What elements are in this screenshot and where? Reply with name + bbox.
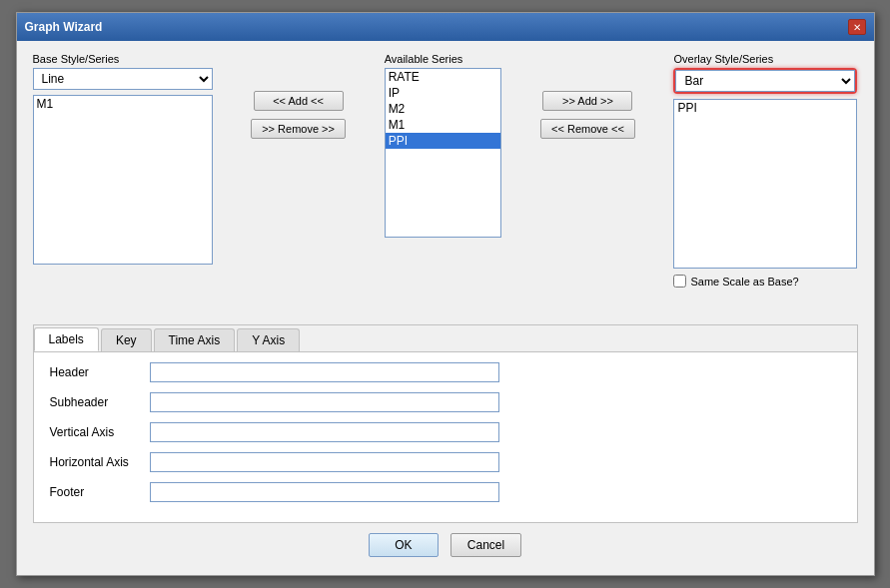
ok-button[interactable]: OK: [369, 533, 439, 557]
tab-bar: Labels Key Time Axis Y Axis: [34, 325, 857, 352]
same-scale-label: Same Scale as Base?: [690, 276, 798, 288]
tab-time-axis[interactable]: Time Axis: [154, 328, 236, 351]
subheader-row: Subheader: [50, 392, 841, 412]
base-style-select[interactable]: Line Bar Area Scatter: [33, 68, 213, 90]
header-row: Header: [50, 362, 841, 382]
title-bar: Graph Wizard ✕: [17, 13, 874, 41]
available-item-rate[interactable]: RATE: [386, 69, 501, 85]
base-list-item[interactable]: M1: [34, 96, 212, 112]
available-series-label: Available Series: [385, 53, 502, 65]
center-right-panel: >> Add >> << Remove <<: [519, 53, 655, 314]
footer-input[interactable]: [150, 482, 499, 502]
remove-from-base-button[interactable]: >> Remove >>: [251, 119, 346, 139]
overlay-highlight: Line Bar Area Scatter: [673, 68, 857, 94]
subheader-label: Subheader: [50, 395, 150, 409]
overlay-style-label: Overlay Style/Series: [673, 53, 857, 65]
add-to-overlay-button[interactable]: >> Add >>: [542, 91, 632, 111]
same-scale-checkbox[interactable]: [673, 275, 686, 288]
graph-wizard-dialog: Graph Wizard ✕ Base Style/Series Line Ba…: [16, 12, 875, 576]
subheader-input[interactable]: [150, 392, 499, 412]
available-series-list[interactable]: RATE IP M2 M1 PPI: [385, 68, 502, 238]
available-item-ppi[interactable]: PPI: [386, 133, 501, 149]
tab-section: Labels Key Time Axis Y Axis Header Subhe…: [33, 324, 858, 523]
overlay-style-select[interactable]: Line Bar Area Scatter: [675, 70, 855, 92]
available-item-ip[interactable]: IP: [386, 85, 501, 101]
tab-key[interactable]: Key: [101, 328, 152, 351]
vertical-axis-row: Vertical Axis: [50, 422, 841, 442]
overlay-series-list[interactable]: PPI: [673, 99, 857, 269]
center-panel: << Add << >> Remove >>: [231, 53, 367, 314]
dialog-title: Graph Wizard: [25, 20, 103, 34]
close-button[interactable]: ✕: [848, 19, 866, 35]
dialog-content: Base Style/Series Line Bar Area Scatter …: [17, 41, 874, 575]
tab-y-axis[interactable]: Y Axis: [237, 328, 300, 351]
horizontal-axis-label: Horizontal Axis: [50, 455, 150, 469]
vertical-axis-input[interactable]: [150, 422, 499, 442]
header-label: Header: [50, 365, 150, 379]
base-series-panel: Base Style/Series Line Bar Area Scatter …: [33, 53, 213, 314]
header-input[interactable]: [150, 362, 499, 382]
tab-content-labels: Header Subheader Vertical Axis Horizonta…: [34, 352, 857, 522]
horizontal-axis-input[interactable]: [150, 452, 499, 472]
add-to-base-button[interactable]: << Add <<: [254, 91, 344, 111]
available-item-m2[interactable]: M2: [386, 101, 501, 117]
footer-row: Footer: [50, 482, 841, 502]
available-item-m1[interactable]: M1: [386, 117, 501, 133]
overlay-list-item[interactable]: PPI: [674, 100, 856, 116]
available-series-panel: Available Series RATE IP M2 M1 PPI: [385, 53, 502, 314]
vertical-axis-label: Vertical Axis: [50, 425, 150, 439]
base-style-label: Base Style/Series: [33, 53, 213, 65]
same-scale-row: Same Scale as Base?: [673, 275, 857, 288]
cancel-button[interactable]: Cancel: [450, 533, 521, 557]
horizontal-axis-row: Horizontal Axis: [50, 452, 841, 472]
remove-from-overlay-button[interactable]: << Remove <<: [540, 119, 635, 139]
base-series-list[interactable]: M1: [33, 95, 213, 265]
bottom-buttons: OK Cancel: [33, 523, 858, 563]
tab-labels[interactable]: Labels: [34, 327, 99, 351]
overlay-series-panel: Overlay Style/Series Line Bar Area Scatt…: [673, 53, 857, 314]
footer-label: Footer: [50, 485, 150, 499]
